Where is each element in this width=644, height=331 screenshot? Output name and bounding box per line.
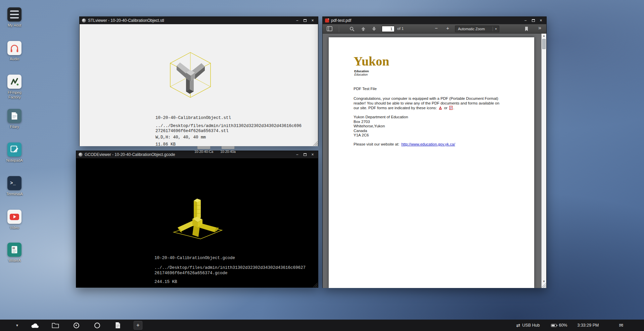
usb-icon: ⇄ <box>516 323 520 328</box>
toolbar-divider <box>339 26 339 32</box>
yukon-logo-education: Education <box>354 70 369 73</box>
sidebar-toggle-icon[interactable] <box>327 26 332 33</box>
scrollbar[interactable]: ▲ ▼ <box>541 34 546 288</box>
paragraph-line: Congratulations, your computer is equipp… <box>354 96 519 101</box>
stl-dimensions: W,D,H: 40, 40, 40 mm <box>155 135 302 140</box>
zoom-select-label: Automatic Zoom <box>455 27 493 31</box>
desktop-icon-label: TerminalA <box>2 192 27 197</box>
website-link[interactable]: http://www.education.gov.yk.ca/ <box>401 142 455 146</box>
close-button[interactable]: × <box>539 18 543 23</box>
desktop-icon-label: Filary <box>2 125 27 129</box>
page-number-input[interactable] <box>382 26 395 32</box>
scroll-down-icon[interactable]: ▼ <box>542 280 546 283</box>
close-button[interactable]: × <box>310 18 315 23</box>
stl-filesize: 11.86 KB <box>155 142 302 146</box>
address-line: Whitehorse,Yukon <box>354 124 408 129</box>
pdf-doc-address: Yukon Department of Education Box 2703 W… <box>354 115 408 138</box>
headphones-icon <box>7 41 21 55</box>
computer-icon <box>7 7 21 22</box>
pdf-doc-website-line: Please visit our website at:http://www.e… <box>354 142 455 146</box>
scroll-up-icon[interactable]: ▲ <box>542 34 546 37</box>
minimize-button[interactable]: − <box>295 152 300 157</box>
usb-hub-indicator[interactable]: ⇄ USB Hub <box>516 323 540 328</box>
resize-grip[interactable] <box>313 283 318 287</box>
pdf-toolbar: of 1 − + Automatic Zoom ▾ » <box>323 24 546 34</box>
gcode-filename: 10-20-40-CalibrationObject.gcode <box>154 256 306 261</box>
pdf-file-taskbar-icon[interactable] <box>113 321 122 330</box>
folder-icon[interactable] <box>51 321 60 330</box>
scrollbar-thumb[interactable] <box>542 39 546 49</box>
next-page-icon[interactable] <box>372 27 376 33</box>
stl-filepath-line1: ../../Desktop/files/admin/inith31302d323… <box>155 124 302 129</box>
pdf-window-title: pdf-test.pdf <box>331 18 521 23</box>
chevron-down-icon[interactable]: ▾ <box>16 323 18 328</box>
pdf-doc-paragraph: Congratulations, your computer is equipp… <box>354 96 519 110</box>
desktop-icon-terminala[interactable]: >_ TerminalA <box>0 176 29 197</box>
stl-filename: 10-20-40-CalibrationObject.stl <box>155 116 302 121</box>
minimize-button[interactable]: − <box>295 18 300 23</box>
envelope-icon[interactable]: ✉ <box>619 322 623 328</box>
desktop-file-label: 10-20-40-Ca <box>194 150 214 154</box>
terminal-icon: >_ <box>7 176 21 190</box>
gcode-app-icon <box>79 153 83 157</box>
zoom-select[interactable]: Automatic Zoom ▾ <box>455 26 499 32</box>
battery-icon <box>551 324 557 327</box>
battery-percent-label: 60% <box>559 323 567 328</box>
gcode-viewport[interactable]: 10-20-40-CalibrationObject.gcode ../../D… <box>76 158 318 288</box>
gcode-filepath-line2: 26174696f6e4f626a656374.gcode <box>154 271 306 276</box>
desktop-icon-filary[interactable]: Filary <box>0 109 29 129</box>
chevron-down-icon: ▾ <box>493 27 499 31</box>
previous-page-icon[interactable] <box>361 27 366 33</box>
video-play-icon <box>7 210 21 224</box>
more-tools-button[interactable]: » <box>538 25 541 31</box>
gcode-filepath-line1: ../../Desktop/files/admin/inith31302d323… <box>154 265 306 271</box>
acrobat-pdf-icon <box>439 106 442 110</box>
clock[interactable]: 3:33:29 PM <box>577 323 599 328</box>
maximize-button[interactable] <box>531 18 536 23</box>
address-line: Canada <box>354 129 408 133</box>
resize-grip[interactable] <box>313 141 318 146</box>
desktop-icon-video[interactable]: Video <box>0 210 29 230</box>
desktop-icon-writera[interactable]: WriterA <box>0 243 29 263</box>
stl-filepath-line2: 2726174696f6e4f626a656374.stl <box>155 129 302 134</box>
address-line: Yukon Department of Education <box>354 115 408 120</box>
gcode-viewer-taskbar-icon[interactable] <box>93 321 101 330</box>
gcode-3d-render <box>170 196 226 246</box>
bookmark-icon[interactable] <box>524 26 529 33</box>
pdf-titlebar[interactable]: pdf-test.pdf − × <box>323 17 546 24</box>
minimize-button[interactable]: − <box>523 18 528 23</box>
pdf-form-icon <box>449 106 453 110</box>
stl-viewer-taskbar-icon[interactable] <box>72 321 81 330</box>
address-line: Box 2703 <box>354 120 408 124</box>
desktop-icon-my-host[interactable]: My Host <box>0 7 29 28</box>
desktop-icon-ffmpeg-factory[interactable]: FFmpeg Factory <box>0 75 29 100</box>
battery-indicator[interactable]: 60% <box>551 323 567 328</box>
stl-viewer-window: STLviewer - 10-20-40-CalibrationObject.s… <box>79 16 318 146</box>
cloud-icon[interactable] <box>30 321 39 330</box>
zoom-in-button[interactable]: + <box>446 26 449 31</box>
paragraph-line: our site. PDF forms are indicated by the… <box>354 106 519 110</box>
stl-3d-render <box>165 50 216 102</box>
zoom-out-button[interactable]: − <box>435 26 438 31</box>
desktop-file-label: 10-20-40a <box>218 150 238 154</box>
stl-viewport[interactable]: 10-20-40-CalibrationObject.stl ../../Des… <box>80 24 318 146</box>
stl-window-title: STLviewer - 10-20-40-CalibrationObject.s… <box>88 18 293 23</box>
maximize-button[interactable] <box>303 152 307 157</box>
ffmpeg-icon <box>7 75 21 89</box>
desktop: My Host Audio FFmpeg Factory Filary Note… <box>0 0 644 331</box>
desktop-icon-notepada[interactable]: NotepadA <box>0 142 29 163</box>
close-button[interactable]: × <box>310 152 315 157</box>
desktop-icon-label: WriterA <box>2 258 27 263</box>
writer-document-icon <box>7 243 21 257</box>
website-label: Please visit our website at: <box>354 142 399 146</box>
notepad-icon <box>7 142 21 157</box>
stl-titlebar[interactable]: STLviewer - 10-20-40-CalibrationObject.s… <box>80 17 318 24</box>
usb-hub-label: USB Hub <box>522 323 540 328</box>
address-line: Y1A 2C6 <box>354 133 408 138</box>
pdf-content-area: Yukon Education Éducation PDF Test File … <box>323 34 546 288</box>
add-button[interactable]: + <box>134 321 142 330</box>
maximize-button[interactable] <box>303 18 307 23</box>
search-icon[interactable] <box>350 27 355 33</box>
pdf-doc-heading: PDF Test File <box>354 87 377 91</box>
desktop-icon-audio[interactable]: Audio <box>0 41 29 61</box>
